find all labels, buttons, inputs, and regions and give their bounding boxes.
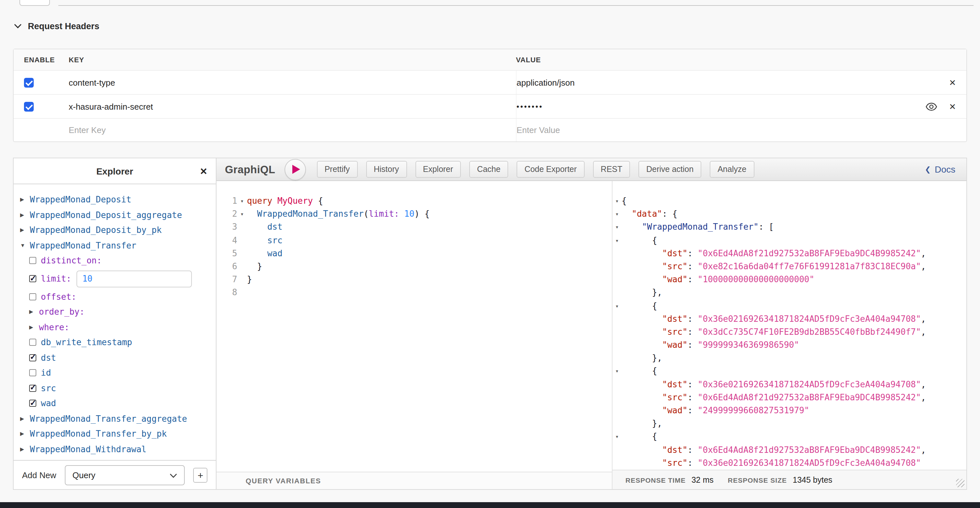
explorer-item-label: WrappedMonad_Transfer — [30, 241, 137, 251]
chevron-collapsed-icon[interactable]: ▶ — [20, 431, 30, 437]
header-key-field[interactable]: x-hasura-admin-secret — [69, 102, 516, 111]
explorer-item-label: distinct_on: — [41, 256, 102, 266]
explorer-item-label: dst — [41, 353, 56, 363]
toolbar-button-derive-action[interactable]: Derive action — [638, 161, 701, 178]
chevron-expanded-icon[interactable]: ▼ — [20, 243, 30, 249]
chevron-down-icon — [14, 24, 21, 29]
fold-arrow-icon[interactable]: ▾ — [612, 299, 622, 312]
add-new-select[interactable]: Query — [65, 465, 185, 485]
response-line: ▾ { — [612, 299, 966, 312]
explorer-panel: Explorer ✕ ▶WrappedMonad_Deposit▶Wrapped… — [14, 158, 216, 489]
docs-link[interactable]: ❮ Docs — [925, 164, 958, 174]
response-line: ▾ "data": { — [612, 208, 966, 220]
remove-header-icon[interactable]: ✕ — [949, 78, 956, 87]
header-enabled-checkbox[interactable] — [24, 102, 34, 111]
field-checkbox[interactable] — [29, 275, 36, 282]
close-icon[interactable]: ✕ — [200, 166, 207, 176]
query-editor[interactable]: query MyQuery { WrappedMonad_Transfer(li… — [247, 195, 612, 472]
limit-value-input[interactable] — [76, 270, 192, 287]
fold-arrow-icon[interactable]: ▾ — [612, 430, 622, 443]
toolbar-button-analyze[interactable]: Analyze — [710, 161, 754, 178]
section-title: Request Headers — [28, 21, 100, 31]
query-variables-bar[interactable]: QUERY VARIABLES — [216, 472, 612, 489]
fold-arrow-icon[interactable]: ▾ — [237, 208, 247, 220]
top-partial-control[interactable] — [19, 0, 50, 6]
explorer-item-WrappedMonad_Withdrawal[interactable]: ▶WrappedMonad_Withdrawal — [20, 441, 212, 457]
explorer-item-WrappedMonad_Transfer_aggregate[interactable]: ▶WrappedMonad_Transfer_aggregate — [20, 411, 212, 426]
fold-arrow-icon[interactable]: ▾ — [612, 234, 622, 247]
add-new-button[interactable]: + — [194, 468, 207, 482]
fold-arrow-icon[interactable]: ▾ — [612, 365, 622, 378]
toolbar-button-explorer[interactable]: Explorer — [415, 161, 461, 178]
graphiql-console: Explorer ✕ ▶WrappedMonad_Deposit▶Wrapped… — [13, 158, 967, 490]
explorer-item-where[interactable]: ▶where: — [20, 319, 212, 335]
explorer-item-label: WrappedMonad_Transfer_by_pk — [30, 429, 167, 439]
chevron-collapsed-icon[interactable]: ▶ — [29, 324, 39, 330]
line-number: 6 — [216, 260, 237, 273]
explorer-item-dst[interactable]: dst — [20, 350, 212, 365]
explorer-item-src[interactable]: src — [20, 380, 212, 396]
field-checkbox[interactable] — [29, 354, 36, 361]
docs-label: Docs — [935, 164, 955, 174]
toolbar-button-cache[interactable]: Cache — [469, 161, 508, 178]
toolbar-button-history[interactable]: History — [366, 161, 407, 178]
header-row: x-hasura-admin-secret•••••••✕ — [14, 95, 966, 119]
chevron-collapsed-icon[interactable]: ▶ — [20, 197, 30, 203]
line-number: 5 — [216, 247, 237, 260]
header-enabled-checkbox[interactable] — [24, 78, 34, 87]
response-line: ▾{ — [612, 195, 966, 208]
new-header-value-input[interactable]: Enter Value — [516, 119, 966, 141]
line-number: 8 — [216, 286, 237, 299]
explorer-item-order_by[interactable]: ▶order_by: — [20, 304, 212, 319]
field-checkbox[interactable] — [29, 339, 36, 346]
query-editor-pane: 1▾2▾345678 query MyQuery { WrappedMonad_… — [216, 181, 612, 489]
field-checkbox[interactable] — [29, 257, 36, 264]
explorer-item-WrappedMonad_Transfer_by_pk[interactable]: ▶WrappedMonad_Transfer_by_pk — [20, 426, 212, 441]
code-line — [247, 286, 612, 299]
response-line: ▾ { — [612, 365, 966, 378]
toolbar-button-code-exporter[interactable]: Code Exporter — [517, 161, 584, 178]
fold-arrow-icon[interactable]: ▾ — [237, 195, 247, 208]
explorer-item-distinct_on[interactable]: distinct_on: — [20, 253, 212, 268]
toolbar-button-prettify[interactable]: Prettify — [317, 161, 358, 178]
explorer-item-label: wad — [41, 399, 56, 408]
remove-header-icon[interactable]: ✕ — [949, 102, 956, 111]
chevron-left-icon: ❮ — [925, 165, 931, 174]
headers-rows: content-typeapplication/json✕x-hasura-ad… — [14, 71, 966, 119]
line-number: 4 — [216, 234, 237, 247]
header-key-field[interactable]: content-type — [69, 78, 516, 87]
fold-arrow-icon[interactable]: ▾ — [612, 221, 622, 234]
field-checkbox[interactable] — [29, 385, 36, 392]
chevron-collapsed-icon[interactable]: ▶ — [20, 446, 30, 452]
explorer-item-db_write_timestamp[interactable]: db_write_timestamp — [20, 335, 212, 350]
new-header-row: Enter Key Enter Value — [14, 119, 966, 141]
column-key: KEY — [69, 56, 516, 64]
explorer-item-offset[interactable]: offset: — [20, 289, 212, 304]
execute-query-button[interactable] — [284, 159, 305, 180]
toolbar-button-rest[interactable]: REST — [593, 161, 630, 178]
explorer-item-id[interactable]: id — [20, 365, 212, 380]
fold-arrow-icon[interactable]: ▾ — [612, 208, 622, 220]
request-headers-section-toggle[interactable]: Request Headers — [14, 21, 100, 31]
explorer-item-WrappedMonad_Transfer[interactable]: ▼WrappedMonad_Transfer — [20, 238, 212, 253]
field-checkbox[interactable] — [29, 400, 36, 407]
field-checkbox[interactable] — [29, 293, 36, 300]
fold-arrow-icon[interactable]: ▾ — [612, 195, 622, 208]
explorer-item-limit[interactable]: limit: — [20, 268, 212, 289]
new-header-key-input[interactable]: Enter Key — [69, 125, 516, 135]
header-value-field[interactable]: application/json — [517, 78, 574, 87]
explorer-item-label: WrappedMonad_Withdrawal — [30, 444, 146, 454]
chevron-collapsed-icon[interactable]: ▶ — [20, 227, 30, 233]
chevron-collapsed-icon[interactable]: ▶ — [20, 212, 30, 218]
explorer-item-wad[interactable]: wad — [20, 396, 212, 411]
chevron-collapsed-icon[interactable]: ▶ — [29, 309, 39, 315]
explorer-item-WrappedMonad_Deposit[interactable]: ▶WrappedMonad_Deposit — [20, 192, 212, 207]
resize-grip[interactable] — [956, 479, 964, 487]
explorer-item-WrappedMonad_Deposit_by_pk[interactable]: ▶WrappedMonad_Deposit_by_pk — [20, 222, 212, 238]
eye-icon[interactable] — [926, 102, 937, 110]
chevron-down-icon — [170, 470, 177, 480]
field-checkbox[interactable] — [29, 369, 36, 377]
explorer-item-WrappedMonad_Deposit_aggregate[interactable]: ▶WrappedMonad_Deposit_aggregate — [20, 207, 212, 222]
header-value-field[interactable]: ••••••• — [517, 102, 543, 110]
chevron-collapsed-icon[interactable]: ▶ — [20, 416, 30, 422]
